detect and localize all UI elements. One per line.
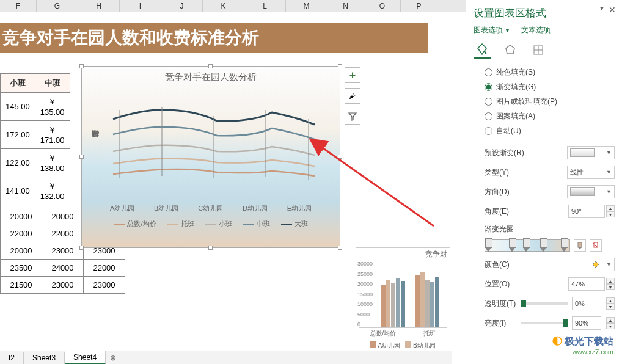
effects-icon[interactable] [502, 42, 519, 59]
gradient-stop[interactable] [509, 238, 515, 254]
stops-label: 渐变光圈 [485, 224, 615, 235]
col-k[interactable]: K [203, 0, 244, 12]
cell[interactable]: 23000 [42, 277, 84, 294]
cell[interactable]: 22000 [42, 225, 84, 242]
chart-elements-button[interactable]: + [345, 67, 360, 83]
gradient-stop[interactable] [540, 238, 546, 254]
cell[interactable]: 22000 [1, 225, 42, 242]
x-cat: A幼儿园 [110, 204, 134, 213]
chart-plot-area[interactable]: 坐标轴标题 [94, 86, 327, 202]
resize-handle[interactable] [79, 64, 84, 68]
col-l[interactable]: L [244, 0, 286, 12]
bright-down[interactable]: ▼ [606, 323, 615, 329]
cell[interactable]: ￥ 132.00 [35, 177, 70, 205]
angle-up[interactable]: ▲ [606, 205, 615, 211]
position-input[interactable]: 47% [568, 277, 605, 291]
resize-handle[interactable] [208, 64, 213, 68]
pos-down[interactable]: ▼ [606, 284, 615, 290]
trans-up[interactable]: ▲ [606, 297, 615, 304]
col-g[interactable]: G [37, 0, 78, 12]
preset-gradient-combo[interactable]: ▼ [567, 146, 615, 159]
cell[interactable]: 22000 [84, 260, 125, 277]
add-stop-button[interactable] [574, 239, 586, 252]
cell[interactable]: 20000 [42, 208, 84, 225]
th-small[interactable]: 小班 [1, 74, 35, 93]
cell[interactable]: 24000 [42, 260, 84, 277]
sheet-tab[interactable]: t2 [0, 352, 24, 364]
cell[interactable]: ￥ 138.00 [35, 149, 70, 177]
resize-handle[interactable] [208, 246, 213, 250]
angle-down[interactable]: ▼ [606, 211, 615, 217]
brightness-slider[interactable] [521, 322, 568, 324]
angle-input[interactable]: 90° [568, 205, 605, 218]
tab-text-options[interactable]: 文本选项 [521, 25, 551, 35]
mini-bar-chart[interactable]: 竞争对 300002500020000150001000050000 总数/均 [356, 247, 450, 357]
transparency-label: 透明度(T) [485, 299, 521, 309]
trans-down[interactable]: ▼ [606, 304, 615, 310]
transparency-input[interactable]: 0% [572, 297, 601, 310]
spreadsheet-grid[interactable]: 竞争对手在园人数和收费标准分析 小班中班 145.00￥ 135.00 172.… [0, 12, 452, 351]
cell[interactable]: 20000 [1, 242, 42, 260]
gradient-stops-bar[interactable] [485, 239, 570, 252]
legend-item: 托班 [167, 219, 194, 228]
radio-picture-fill[interactable]: 图片或纹理填充(P) [485, 96, 615, 107]
col-i[interactable]: I [120, 0, 161, 12]
remove-stop-button[interactable] [590, 239, 602, 252]
fill-line-icon[interactable] [474, 42, 491, 59]
cell[interactable]: ￥ 135.00 [35, 93, 70, 121]
col-f[interactable]: F [0, 0, 37, 12]
col-n[interactable]: N [327, 0, 364, 12]
resize-handle[interactable] [338, 64, 342, 68]
cell[interactable]: 23500 [1, 260, 42, 277]
sheet-tab-active[interactable]: Sheet4 [65, 351, 106, 365]
gradient-stop[interactable] [561, 238, 567, 254]
panel-menu-icon[interactable]: ▼ [599, 5, 605, 12]
paint-bucket-icon [591, 260, 601, 269]
cell[interactable]: 172.00 [1, 121, 35, 149]
pos-up[interactable]: ▲ [606, 278, 615, 284]
sheet-tab[interactable]: Sheet3 [24, 352, 65, 364]
chart-styles-button[interactable]: 🖌 [345, 88, 360, 104]
gradient-stop[interactable] [523, 238, 529, 254]
tab-chart-options[interactable]: 图表选项 ▼ [474, 25, 510, 35]
col-j[interactable]: J [161, 0, 203, 12]
cell[interactable]: 23000 [84, 277, 125, 294]
chart-legend[interactable]: 总数/均价 托班 小班 中班 大班 [82, 219, 340, 228]
cell[interactable]: 23000 [42, 242, 84, 260]
resize-handle[interactable] [338, 246, 342, 250]
chart-title[interactable]: 竞争对手在园人数分析 [82, 67, 340, 86]
brightness-input[interactable]: 90% [572, 316, 601, 330]
cell[interactable]: ￥ 171.00 [35, 121, 70, 149]
transparency-slider[interactable] [521, 302, 568, 305]
gradient-stop[interactable] [485, 238, 491, 254]
cell[interactable]: 20000 [1, 208, 42, 225]
radio-auto-fill[interactable]: 自动(U) [485, 126, 615, 136]
gradient-type-combo[interactable]: 线性▼ [567, 166, 615, 179]
col-p[interactable]: P [401, 0, 437, 12]
bright-up[interactable]: ▲ [606, 317, 615, 323]
th-mid[interactable]: 中班 [35, 74, 70, 93]
col-h[interactable]: H [78, 0, 120, 12]
chart-filter-button[interactable] [345, 109, 360, 125]
chevron-down-icon: ▼ [505, 27, 510, 34]
cell[interactable]: 21500 [1, 277, 42, 294]
cell[interactable]: 145.00 [1, 93, 35, 121]
radio-gradient-fill[interactable]: 渐变填充(G) [485, 82, 615, 92]
fill-type-radios: 纯色填充(S) 渐变填充(G) 图片或纹理填充(P) 图案填充(A) 自动(U) [485, 67, 615, 136]
gradient-direction-combo[interactable]: ▼ [567, 185, 615, 198]
line-chart[interactable]: 竞争对手在园人数分析 坐标轴标题 A幼儿园 B幼儿园 C幼儿园 [81, 66, 340, 248]
cell[interactable]: 141.00 [1, 177, 35, 205]
color-picker[interactable]: ▼ [588, 258, 615, 271]
cell[interactable]: 122.00 [1, 149, 35, 177]
add-sheet-button[interactable]: ⊕ [106, 354, 120, 362]
resize-handle[interactable] [338, 155, 342, 159]
resize-handle[interactable] [79, 155, 84, 159]
col-m[interactable]: M [286, 0, 327, 12]
resize-handle[interactable] [79, 246, 84, 250]
size-properties-icon[interactable] [530, 42, 547, 59]
radio-solid-fill[interactable]: 纯色填充(S) [485, 67, 615, 78]
col-o[interactable]: O [364, 0, 401, 12]
radio-pattern-fill[interactable]: 图案填充(A) [485, 111, 615, 122]
funnel-icon [348, 112, 357, 121]
close-icon[interactable]: ✕ [609, 5, 616, 15]
